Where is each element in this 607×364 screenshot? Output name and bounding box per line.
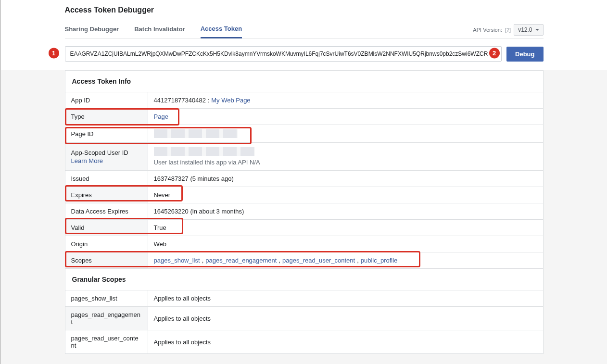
- tab-access-token[interactable]: Access Token: [201, 21, 242, 38]
- info-header: Access Token Info: [65, 71, 543, 92]
- app-id-text: 441271877340482 :: [154, 97, 210, 104]
- row-scoped-user-id: App-Scoped User ID Learn More User last …: [65, 143, 543, 171]
- value-data-expires: 1645263220 (in about 3 months): [148, 203, 543, 219]
- redacted-scoped-user-id: [154, 147, 255, 156]
- value-expires: Never: [148, 187, 543, 203]
- scope-link[interactable]: pages_show_list: [154, 257, 200, 264]
- row-app-id: App ID 441271877340482 : My Web Page: [65, 92, 543, 109]
- granular-key: pages_read_user_content: [65, 330, 148, 353]
- granular-key: pages_read_engagement: [65, 307, 148, 330]
- granular-row: pages_read_user_contentApplies to all ob…: [65, 330, 543, 353]
- value-page-id: [148, 125, 543, 142]
- value-app-id: 441271877340482 : My Web Page: [148, 92, 543, 108]
- granular-header: Granular Scopes: [65, 269, 543, 290]
- token-row: 1 2 Debug: [65, 38, 544, 70]
- value-type: Page: [148, 109, 543, 125]
- learn-more-link[interactable]: Learn More: [71, 157, 142, 164]
- help-icon[interactable]: [?]: [505, 27, 511, 33]
- scope-link[interactable]: pages_read_engagement: [205, 257, 277, 264]
- api-version: API Version: [?] v12.0: [473, 24, 543, 36]
- label-app-id: App ID: [65, 92, 148, 108]
- app-name-link[interactable]: My Web Page: [211, 97, 250, 104]
- granular-value: Applies to all objects: [148, 307, 543, 330]
- granular-key: pages_show_list: [65, 290, 148, 306]
- page-title: Access Token Debugger: [65, 6, 544, 14]
- label-issued: Issued: [65, 171, 148, 187]
- value-scoped-user-id: User last installed this app via API N/A: [148, 143, 543, 170]
- scope-link[interactable]: public_profile: [361, 257, 398, 264]
- value-scopes: pages_show_list, pages_read_engagement, …: [148, 252, 543, 268]
- row-origin: Origin Web: [65, 236, 543, 252]
- api-version-select[interactable]: v12.0: [514, 24, 543, 36]
- label-valid: Valid: [65, 220, 148, 236]
- api-version-label: API Version:: [473, 27, 502, 33]
- value-valid: True: [148, 220, 543, 236]
- granular-value: Applies to all objects: [148, 330, 543, 353]
- row-expires: Expires Never: [65, 187, 543, 203]
- chevron-down-icon: [535, 29, 539, 31]
- granular-row: pages_read_engagementApplies to all obje…: [65, 307, 543, 330]
- label-data-expires: Data Access Expires: [65, 203, 148, 219]
- label-page-id: Page ID: [65, 125, 148, 142]
- value-origin: Web: [148, 236, 543, 252]
- scoped-user-note: User last installed this app via API N/A: [154, 159, 260, 166]
- row-data-expires: Data Access Expires 1645263220 (in about…: [65, 203, 543, 220]
- granular-value: Applies to all objects: [148, 290, 543, 306]
- row-scopes: Scopes pages_show_list, pages_read_engag…: [65, 252, 543, 269]
- row-type: Type Page: [65, 109, 543, 125]
- label-scoped-user-id: App-Scoped User ID Learn More: [65, 143, 148, 170]
- access-token-info-panel: Access Token Info App ID 441271877340482…: [65, 70, 544, 354]
- api-version-value: v12.0: [518, 26, 532, 33]
- granular-row: pages_show_listApplies to all objects: [65, 290, 543, 307]
- tabs: Sharing Debugger Batch Invalidator Acces…: [65, 21, 544, 38]
- debug-button[interactable]: Debug: [506, 47, 543, 62]
- scoped-user-label-text: App-Scoped User ID: [71, 149, 142, 156]
- type-link[interactable]: Page: [154, 113, 168, 120]
- label-scopes: Scopes: [65, 252, 148, 268]
- access-token-input[interactable]: [65, 46, 502, 62]
- label-expires: Expires: [65, 187, 148, 203]
- tab-batch-invalidator[interactable]: Batch Invalidator: [134, 22, 185, 38]
- label-type: Type: [65, 109, 148, 125]
- annotation-badge-2: 2: [488, 47, 501, 59]
- value-issued: 1637487327 (5 minutes ago): [148, 171, 543, 187]
- annotation-badge-1: 1: [48, 47, 60, 59]
- redacted-page-id: [154, 129, 238, 138]
- row-page-id: Page ID: [65, 125, 543, 143]
- row-valid: Valid True: [65, 220, 543, 236]
- label-origin: Origin: [65, 236, 148, 252]
- scope-link[interactable]: pages_read_user_content: [282, 257, 355, 264]
- row-issued: Issued 1637487327 (5 minutes ago): [65, 171, 543, 187]
- tab-sharing-debugger[interactable]: Sharing Debugger: [65, 22, 119, 38]
